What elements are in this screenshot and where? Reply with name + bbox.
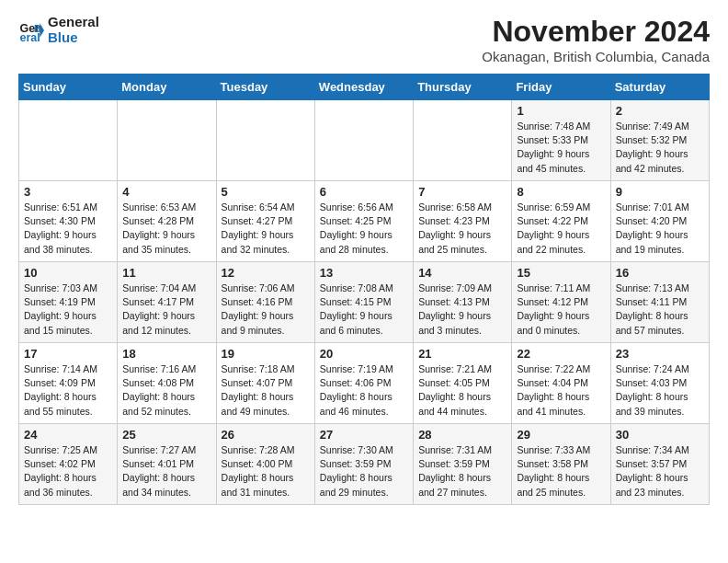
sunset-text: Sunset: 4:02 PM — [24, 458, 96, 469]
weekday-header-thursday: Thursday — [414, 75, 512, 100]
sunset-text: Sunset: 4:20 PM — [616, 215, 688, 226]
day-number: 11 — [122, 266, 210, 280]
sunrise-text: Sunrise: 7:24 AM — [616, 363, 689, 374]
sunset-text: Sunset: 4:09 PM — [24, 377, 96, 388]
day-number: 17 — [24, 347, 112, 361]
sunrise-text: Sunrise: 7:01 AM — [616, 201, 689, 213]
daylight-text: Daylight: 9 hours and 0 minutes. — [517, 310, 589, 335]
daylight-text: Daylight: 9 hours and 6 minutes. — [320, 310, 392, 335]
daylight-text: Daylight: 8 hours and 52 minutes. — [122, 391, 195, 416]
daylight-text: Daylight: 9 hours and 32 minutes. — [222, 229, 294, 254]
daylight-text: Daylight: 8 hours and 44 minutes. — [418, 391, 491, 416]
weekday-header-saturday: Saturday — [610, 75, 709, 100]
sunset-text: Sunset: 4:17 PM — [122, 296, 194, 307]
sunset-text: Sunset: 4:11 PM — [616, 296, 688, 307]
sunrise-text: Sunrise: 6:51 AM — [24, 201, 97, 213]
cell-content: Sunrise: 7:30 AMSunset: 3:59 PMDaylight:… — [320, 443, 408, 500]
calendar-cell: 4Sunrise: 6:53 AMSunset: 4:28 PMDaylight… — [118, 181, 216, 262]
sunset-text: Sunset: 4:16 PM — [222, 296, 293, 307]
sunrise-text: Sunrise: 6:54 AM — [222, 201, 295, 213]
sunset-text: Sunset: 4:22 PM — [517, 215, 588, 226]
daylight-text: Daylight: 8 hours and 49 minutes. — [222, 391, 294, 416]
daylight-text: Daylight: 8 hours and 36 minutes. — [24, 472, 97, 497]
sunrise-text: Sunrise: 7:34 AM — [616, 444, 689, 455]
sunrise-text: Sunrise: 7:18 AM — [222, 363, 295, 374]
calendar-cell — [314, 100, 413, 181]
calendar-cell: 24Sunrise: 7:25 AMSunset: 4:02 PMDayligh… — [19, 424, 118, 505]
calendar-cell: 25Sunrise: 7:27 AMSunset: 4:01 PMDayligh… — [118, 424, 216, 505]
cell-content: Sunrise: 7:33 AMSunset: 3:58 PMDaylight:… — [517, 443, 605, 500]
daylight-text: Daylight: 8 hours and 57 minutes. — [616, 310, 688, 335]
calendar-table: SundayMondayTuesdayWednesdayThursdayFrid… — [18, 74, 710, 505]
cell-content: Sunrise: 7:27 AMSunset: 4:01 PMDaylight:… — [122, 443, 210, 500]
day-number: 8 — [517, 185, 605, 199]
sunrise-text: Sunrise: 7:25 AM — [24, 444, 97, 455]
day-number: 26 — [222, 428, 310, 442]
day-number: 19 — [222, 347, 310, 361]
calendar-cell: 3Sunrise: 6:51 AMSunset: 4:30 PMDaylight… — [19, 181, 118, 262]
cell-content: Sunrise: 7:13 AMSunset: 4:11 PMDaylight:… — [616, 282, 704, 338]
calendar-cell: 29Sunrise: 7:33 AMSunset: 3:58 PMDayligh… — [512, 424, 610, 505]
sunrise-text: Sunrise: 7:13 AM — [616, 282, 689, 293]
weekday-header-row: SundayMondayTuesdayWednesdayThursdayFrid… — [19, 75, 710, 100]
sunrise-text: Sunrise: 7:27 AM — [122, 444, 196, 455]
cell-content: Sunrise: 6:51 AMSunset: 4:30 PMDaylight:… — [24, 201, 112, 257]
daylight-text: Daylight: 9 hours and 28 minutes. — [320, 229, 392, 254]
sunrise-text: Sunrise: 7:08 AM — [320, 282, 393, 293]
daylight-text: Daylight: 9 hours and 12 minutes. — [122, 310, 195, 335]
day-number: 24 — [24, 428, 112, 442]
cell-content: Sunrise: 7:48 AMSunset: 5:33 PMDaylight:… — [517, 120, 605, 176]
weekday-header-tuesday: Tuesday — [216, 75, 314, 100]
sunrise-text: Sunrise: 6:56 AM — [320, 201, 393, 213]
day-number: 16 — [616, 266, 704, 280]
calendar-week-row: 1Sunrise: 7:48 AMSunset: 5:33 PMDaylight… — [19, 100, 710, 181]
sunset-text: Sunset: 4:12 PM — [517, 296, 588, 307]
daylight-text: Daylight: 9 hours and 45 minutes. — [517, 148, 589, 173]
sunset-text: Sunset: 4:08 PM — [122, 377, 194, 388]
svg-text:B: B — [34, 23, 40, 33]
daylight-text: Daylight: 9 hours and 15 minutes. — [24, 310, 97, 335]
calendar-cell: 12Sunrise: 7:06 AMSunset: 4:16 PMDayligh… — [216, 262, 314, 343]
calendar-week-row: 17Sunrise: 7:14 AMSunset: 4:09 PMDayligh… — [19, 343, 710, 424]
title-block: November 2024 Okanagan, British Columbia… — [482, 15, 710, 64]
cell-content: Sunrise: 7:24 AMSunset: 4:03 PMDaylight:… — [616, 362, 704, 419]
sunset-text: Sunset: 3:57 PM — [616, 458, 688, 469]
cell-content: Sunrise: 6:56 AMSunset: 4:25 PMDaylight:… — [320, 201, 408, 257]
daylight-text: Daylight: 9 hours and 19 minutes. — [616, 229, 688, 254]
calendar-cell: 15Sunrise: 7:11 AMSunset: 4:12 PMDayligh… — [512, 262, 610, 343]
sunrise-text: Sunrise: 7:19 AM — [320, 363, 393, 374]
sunrise-text: Sunrise: 6:58 AM — [418, 201, 492, 213]
calendar-cell: 16Sunrise: 7:13 AMSunset: 4:11 PMDayligh… — [610, 262, 709, 343]
day-number: 12 — [222, 266, 310, 280]
day-number: 5 — [222, 185, 310, 199]
sunrise-text: Sunrise: 7:04 AM — [122, 282, 196, 293]
sunrise-text: Sunrise: 7:49 AM — [616, 121, 689, 132]
sunset-text: Sunset: 5:33 PM — [517, 134, 588, 145]
calendar-cell: 9Sunrise: 7:01 AMSunset: 4:20 PMDaylight… — [610, 181, 709, 262]
daylight-text: Daylight: 8 hours and 39 minutes. — [616, 391, 688, 416]
location: Okanagan, British Columbia, Canada — [482, 49, 710, 64]
day-number: 7 — [418, 185, 506, 199]
cell-content: Sunrise: 7:06 AMSunset: 4:16 PMDaylight:… — [222, 282, 310, 338]
calendar-cell: 7Sunrise: 6:58 AMSunset: 4:23 PMDaylight… — [414, 181, 512, 262]
daylight-text: Daylight: 9 hours and 35 minutes. — [122, 229, 195, 254]
daylight-text: Daylight: 8 hours and 34 minutes. — [122, 472, 195, 497]
cell-content: Sunrise: 7:19 AMSunset: 4:06 PMDaylight:… — [320, 362, 408, 419]
daylight-text: Daylight: 9 hours and 25 minutes. — [418, 229, 491, 254]
sunset-text: Sunset: 4:23 PM — [418, 215, 490, 226]
calendar-cell: 23Sunrise: 7:24 AMSunset: 4:03 PMDayligh… — [610, 343, 709, 424]
sunrise-text: Sunrise: 7:31 AM — [418, 444, 492, 455]
calendar-week-row: 3Sunrise: 6:51 AMSunset: 4:30 PMDaylight… — [19, 181, 710, 262]
daylight-text: Daylight: 9 hours and 42 minutes. — [616, 148, 688, 173]
cell-content: Sunrise: 6:54 AMSunset: 4:27 PMDaylight:… — [222, 201, 310, 257]
sunrise-text: Sunrise: 7:22 AM — [517, 363, 590, 374]
day-number: 30 — [616, 428, 704, 442]
calendar-cell: 17Sunrise: 7:14 AMSunset: 4:09 PMDayligh… — [19, 343, 118, 424]
sunset-text: Sunset: 4:27 PM — [222, 215, 293, 226]
sunrise-text: Sunrise: 7:48 AM — [517, 121, 590, 132]
sunset-text: Sunset: 3:59 PM — [320, 458, 392, 469]
sunrise-text: Sunrise: 7:28 AM — [222, 444, 295, 455]
day-number: 14 — [418, 266, 506, 280]
sunrise-text: Sunrise: 7:11 AM — [517, 282, 590, 293]
day-number: 27 — [320, 428, 408, 442]
